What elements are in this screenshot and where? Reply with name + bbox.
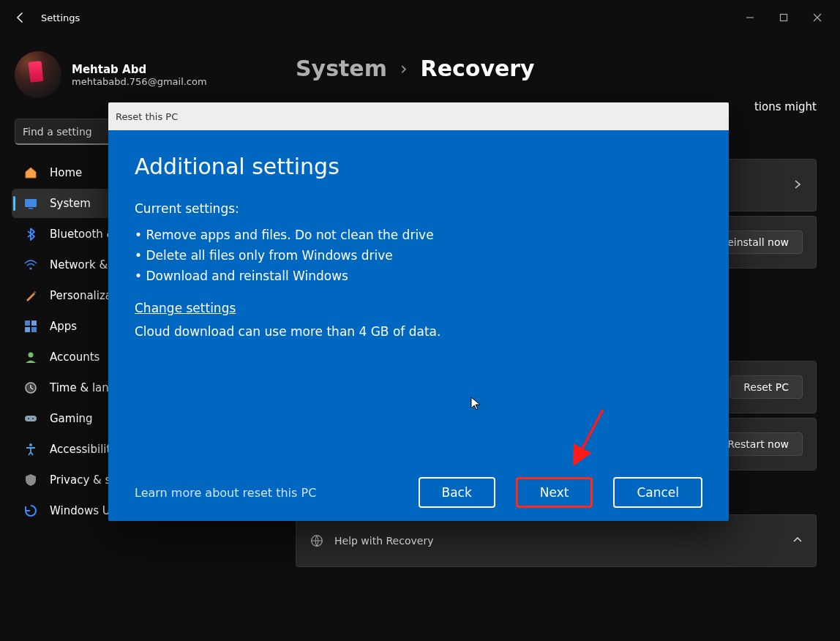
dialog-footer: Learn more about reset this PC Back Next… — [135, 477, 702, 508]
accessibility-icon — [23, 442, 38, 457]
learn-more-link[interactable]: Learn more about reset this PC — [135, 486, 316, 500]
svg-point-13 — [28, 418, 29, 419]
help-with-recovery-card[interactable]: Help with Recovery — [296, 514, 817, 567]
user-name: Mehtab Abd — [72, 63, 207, 76]
titlebar: Settings — [0, 0, 840, 35]
breadcrumb: System › Recovery — [296, 56, 817, 81]
change-settings-link[interactable]: Change settings — [135, 301, 702, 315]
app-title: Settings — [41, 12, 80, 23]
svg-point-15 — [29, 443, 32, 446]
user-email: mehtababd.756@gmail.com — [72, 76, 207, 87]
svg-rect-0 — [781, 15, 787, 21]
minimize-button[interactable] — [733, 3, 767, 32]
search-placeholder: Find a setting — [23, 126, 92, 138]
svg-rect-2 — [25, 199, 37, 207]
personalization-icon — [23, 288, 38, 303]
svg-rect-12 — [25, 416, 37, 421]
sidebar-item-label: Home — [50, 166, 82, 179]
maximize-button[interactable] — [767, 3, 800, 32]
avatar — [15, 51, 61, 98]
minimize-icon — [746, 13, 754, 22]
gaming-icon — [23, 411, 38, 426]
chevron-up-icon — [792, 535, 803, 547]
next-button[interactable]: Next — [516, 477, 593, 508]
chevron-right-icon — [792, 179, 803, 192]
network-icon — [23, 258, 38, 272]
update-icon — [23, 503, 38, 518]
dialog-bullet: Download and reinstall Windows — [135, 269, 702, 283]
close-icon — [813, 13, 822, 22]
globe-icon — [310, 533, 324, 548]
breadcrumb-current: Recovery — [421, 56, 535, 81]
sidebar-item-label: Gaming — [50, 412, 93, 425]
back-button[interactable]: Back — [419, 477, 495, 508]
svg-rect-9 — [31, 327, 37, 332]
sidebar-item-label: Apps — [50, 320, 77, 333]
sidebar-item-label: System — [50, 197, 91, 210]
svg-rect-7 — [31, 320, 37, 326]
sidebar-item-label: Accessibility — [50, 443, 117, 456]
svg-rect-8 — [25, 327, 30, 332]
dialog-body: Additional settings Current settings: Re… — [108, 130, 729, 521]
chevron-right-icon: › — [400, 59, 408, 79]
help-label: Help with Recovery — [334, 535, 433, 547]
reset-pc-dialog: Reset this PC Additional settings Curren… — [108, 102, 729, 521]
svg-rect-6 — [25, 320, 30, 326]
cancel-button[interactable]: Cancel — [613, 477, 702, 508]
reset-pc-button[interactable]: Reset PC — [730, 375, 803, 399]
maximize-icon — [779, 13, 788, 22]
breadcrumb-parent[interactable]: System — [296, 56, 387, 81]
apps-icon — [23, 319, 38, 334]
svg-point-4 — [29, 267, 31, 269]
dialog-titlebar: Reset this PC — [108, 102, 729, 130]
bluetooth-icon — [23, 227, 38, 241]
svg-point-10 — [29, 353, 34, 358]
dialog-bullet: Delete all files only from Windows drive — [135, 248, 702, 263]
window-controls — [733, 3, 834, 32]
svg-rect-3 — [29, 208, 33, 209]
time-icon — [23, 381, 38, 395]
accounts-icon — [23, 350, 38, 364]
svg-point-14 — [32, 418, 34, 419]
close-button[interactable] — [800, 3, 834, 32]
home-icon — [23, 165, 38, 180]
cloud-download-note: Cloud download can use more than 4 GB of… — [135, 324, 702, 339]
dialog-subheading: Current settings: — [135, 201, 702, 216]
dialog-heading: Additional settings — [135, 154, 702, 179]
sidebar-item-label: Accounts — [50, 351, 100, 364]
dialog-title: Reset this PC — [116, 111, 178, 122]
privacy-icon — [23, 473, 38, 487]
system-icon — [23, 196, 38, 211]
dialog-bullet: Remove apps and files. Do not clean the … — [135, 228, 702, 242]
dialog-bullets: Remove apps and files. Do not clean the … — [135, 222, 702, 289]
arrow-left-icon — [15, 12, 26, 23]
back-button[interactable] — [6, 3, 35, 32]
